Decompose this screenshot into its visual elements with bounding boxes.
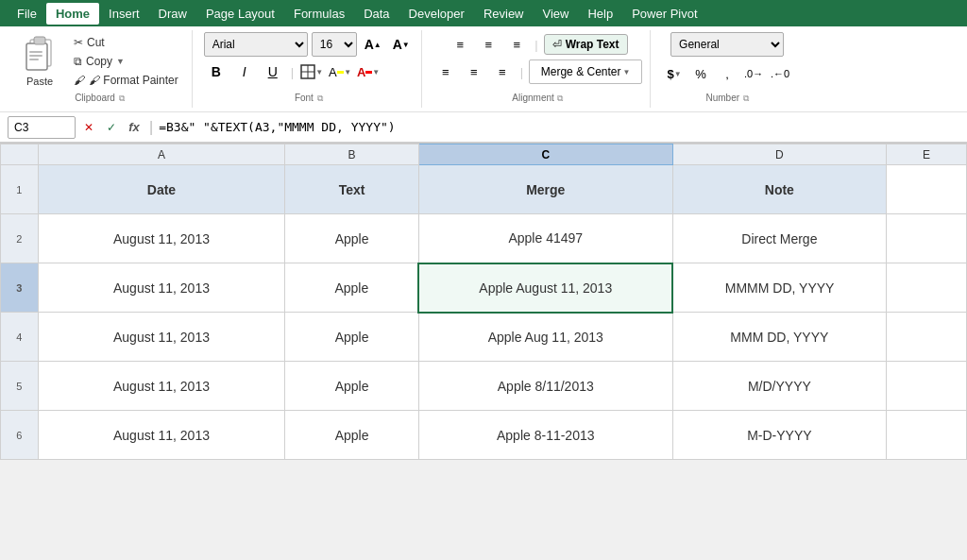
formula-input[interactable] [159,116,959,139]
table-row: 2 August 11, 2013 Apple Apple 41497 Dire… [1,214,967,263]
menu-formulas[interactable]: Formulas [284,3,354,25]
clipboard-group-expand-icon[interactable]: ⧉ [119,93,125,103]
align-bottom-right-button[interactable]: ≡ [490,59,515,84]
alignment-group-expand-icon[interactable]: ⧉ [557,93,563,103]
cell-a5[interactable]: August 11, 2013 [38,362,285,411]
col-header-e[interactable]: E [887,144,967,165]
cell-d1[interactable]: Note [672,165,886,214]
cancel-formula-button[interactable]: ✕ [79,118,98,137]
cell-c5[interactable]: Apple 8/11/2013 [418,362,672,411]
cell-c3[interactable]: Apple August 11, 2013 [418,263,672,313]
cell-a6[interactable]: August 11, 2013 [38,411,285,460]
increase-decimal-button[interactable]: .0→ [741,61,766,86]
merge-center-button[interactable]: Merge & Center ▼ [529,59,642,84]
col-header-d[interactable]: D [672,144,886,165]
format-painter-button[interactable]: 🖌 🖌 Format Painter [68,72,184,89]
underline-button[interactable]: U [261,59,285,84]
number-format-select[interactable]: General [670,32,784,57]
font-size-select[interactable]: 16 [312,32,357,57]
cell-a2[interactable]: August 11, 2013 [38,214,285,263]
font-color-dropdown-icon[interactable]: ▼ [372,68,380,76]
menu-page-layout[interactable]: Page Layout [196,3,284,25]
italic-button[interactable]: I [232,59,257,84]
font-group-expand-icon[interactable]: ⧉ [317,93,323,103]
cell-e2[interactable] [887,214,967,263]
cell-b6[interactable]: Apple [285,411,418,460]
cell-e1[interactable] [887,165,967,214]
merge-dropdown-icon[interactable]: ▼ [622,68,630,76]
insert-function-button[interactable]: fx [125,118,144,137]
copy-label: Copy [86,55,112,68]
confirm-formula-button[interactable]: ✓ [102,118,121,137]
paste-label: Paste [26,76,53,87]
align-top-left-button[interactable]: ≡ [448,32,472,57]
percent-button[interactable]: % [688,61,713,86]
cell-b1[interactable]: Text [285,165,418,214]
increase-font-button[interactable]: A▲ [361,32,385,57]
cell-b5[interactable]: Apple [285,362,418,411]
align-bottom-center-button[interactable]: ≡ [462,59,486,84]
paste-button[interactable]: Paste [15,32,64,91]
cell-e3[interactable] [887,263,967,313]
cell-e5[interactable] [887,362,967,411]
cell-d2[interactable]: Direct Merge [672,214,886,263]
menu-data[interactable]: Data [354,3,399,25]
font-group: Arial 16 A▲ A▼ B I U | [196,30,422,108]
cell-d6[interactable]: M-D-YYYY [672,411,886,460]
borders-dropdown-icon[interactable]: ▼ [315,68,323,76]
align-bottom-left-button[interactable]: ≡ [433,59,458,84]
menu-developer[interactable]: Developer [399,3,474,25]
cell-reference-box[interactable]: C3 [8,116,76,139]
col-header-a[interactable]: A [38,144,285,165]
cell-d5[interactable]: M/D/YYYY [672,362,886,411]
borders-button[interactable]: ▼ [299,59,324,84]
menu-insert[interactable]: Insert [99,3,149,25]
fill-dropdown-icon[interactable]: ▼ [344,68,351,76]
number-group: General $ ▼ % , .0→ .←0 Number ⧉ [654,30,800,108]
col-header-c[interactable]: C [418,144,672,165]
font-color-button[interactable]: A ▼ [356,59,381,84]
menu-review[interactable]: Review [474,3,534,25]
cell-e4[interactable] [887,313,967,362]
fill-color-button[interactable]: A ▼ [328,59,352,84]
cut-button[interactable]: ✂ Cut [68,34,184,51]
menu-help[interactable]: Help [578,3,622,25]
wrap-text-icon: ⏎ [552,38,562,51]
cell-a4[interactable]: August 11, 2013 [38,313,285,362]
dollar-dropdown-icon[interactable]: ▼ [674,70,682,78]
cell-a1[interactable]: Date [38,165,285,214]
cell-b2[interactable]: Apple [285,214,418,263]
clipboard-right: ✂ Cut ⧉ Copy ▼ 🖌 🖌 Format Painter [68,34,184,89]
menu-view[interactable]: View [534,3,579,25]
cell-b3[interactable]: Apple [285,263,418,313]
col-header-b[interactable]: B [285,144,418,165]
align-top-center-button[interactable]: ≡ [476,32,500,57]
cell-b4[interactable]: Apple [285,313,418,362]
cell-a3[interactable]: August 11, 2013 [38,263,285,313]
menu-home[interactable]: Home [46,3,99,25]
comma-button[interactable]: , [715,61,739,86]
align-top-right-button[interactable]: ≡ [504,32,529,57]
copy-button[interactable]: ⧉ Copy ▼ [68,53,184,70]
cell-d3[interactable]: MMMM DD, YYYY [672,263,886,313]
menu-draw[interactable]: Draw [149,3,196,25]
decrease-font-button[interactable]: A▼ [389,32,414,57]
align-top-row: ≡ ≡ ≡ | ⏎ Wrap Text [448,32,627,57]
cell-c6[interactable]: Apple 8-11-2013 [418,411,672,460]
cell-e6[interactable] [887,411,967,460]
menu-file[interactable]: File [8,3,46,25]
cell-c1[interactable]: Merge [418,165,672,214]
copy-dropdown-icon[interactable]: ▼ [116,57,125,66]
font-name-select[interactable]: Arial [204,32,308,57]
number-group-expand-icon[interactable]: ⧉ [743,93,749,103]
dollar-button[interactable]: $ ▼ [662,61,687,86]
wrap-text-button[interactable]: ⏎ Wrap Text [544,34,628,55]
menu-power-pivot[interactable]: Power Pivot [622,3,706,25]
decrease-decimal-button[interactable]: .←0 [768,61,792,86]
cell-d4[interactable]: MMM DD, YYYY [672,313,886,362]
bold-button[interactable]: B [204,59,229,84]
cell-c4[interactable]: Apple Aug 11, 2013 [418,313,672,362]
cell-c2[interactable]: Apple 41497 [418,214,672,263]
corner-cell [1,144,39,165]
fill-icon: A [329,65,337,79]
